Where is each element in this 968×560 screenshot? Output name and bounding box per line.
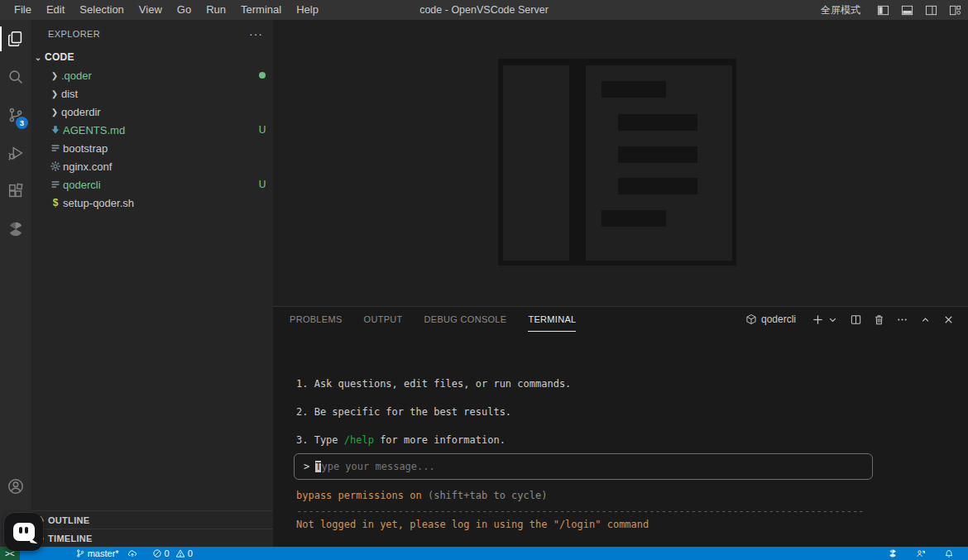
chat-assistant-button[interactable]: [4, 513, 43, 551]
chevron-down-icon: [827, 314, 839, 326]
tree-item-dist-folder[interactable]: ❯ dist: [31, 84, 273, 103]
notifications-bell-icon[interactable]: [940, 547, 958, 560]
tab-problems[interactable]: PROBLEMS: [290, 307, 343, 332]
titlebar-actions: 全屏模式: [821, 0, 961, 20]
timeline-section-header[interactable]: ❯ TIMELINE: [31, 529, 273, 547]
editor-area: [273, 20, 968, 306]
tree-item-agents-md[interactable]: AGENTS.md U: [31, 121, 273, 139]
prompt-chevron: >: [304, 461, 309, 472]
input-placeholder: ype your message...: [321, 461, 434, 472]
git-untracked-badge: U: [252, 124, 273, 136]
run-debug-icon[interactable]: [0, 134, 31, 172]
menu-view[interactable]: View: [132, 0, 170, 20]
git-branch-item[interactable]: master*: [71, 547, 123, 560]
terminal-message-input[interactable]: > T ype your message...: [294, 453, 873, 480]
panel-actions: qodercli: [745, 307, 955, 332]
login-notice: Not logged in yet, please log in using t…: [296, 519, 649, 530]
search-icon[interactable]: [0, 58, 31, 96]
mode-hint: (shift+tab to cycle): [422, 490, 548, 501]
tree-item-qoder-folder[interactable]: ❯ .qoder: [31, 66, 273, 84]
tab-debug-console[interactable]: DEBUG CONSOLE: [424, 307, 507, 332]
shell-script-icon: $: [48, 197, 63, 208]
explorer-more-actions-icon[interactable]: ···: [249, 27, 263, 41]
menu-go[interactable]: Go: [170, 0, 199, 20]
activity-bar: 3: [0, 20, 31, 547]
explorer-header: EXPLORER ···: [31, 20, 273, 48]
tree-item-setup-qoder-sh[interactable]: $ setup-qoder.sh: [31, 194, 273, 212]
folder-label: qoderdir: [61, 106, 273, 118]
chevron-right-icon: ❯: [48, 108, 61, 117]
file-label: qodercli: [63, 179, 252, 191]
qoder-extension-icon[interactable]: [0, 210, 31, 248]
extensions-icon[interactable]: [0, 172, 31, 210]
file-label: bootstrap: [63, 142, 273, 155]
maximize-panel-chevron-up-icon[interactable]: [919, 314, 932, 326]
account-icon[interactable]: [0, 467, 31, 505]
bottom-panel: PROBLEMS OUTPUT DEBUG CONSOLE TERMINAL q…: [273, 306, 968, 547]
menu-run[interactable]: Run: [199, 0, 233, 20]
folder-label: .qoder: [61, 69, 259, 82]
chat-bubble-icon: [13, 523, 35, 541]
toggle-panel-icon[interactable]: [901, 4, 913, 17]
split-terminal-icon[interactable]: [850, 314, 862, 326]
terminal-output: 1. Ask questions, edit files, or run com…: [296, 363, 571, 462]
tab-output[interactable]: OUTPUT: [364, 307, 403, 332]
qoder-status-icon[interactable]: [884, 547, 902, 560]
toggle-secondary-sidebar-icon[interactable]: [925, 4, 937, 17]
plus-icon: [812, 314, 824, 326]
source-control-icon[interactable]: 3: [0, 96, 31, 134]
source-control-badge: 3: [16, 117, 28, 129]
panel-more-actions-icon[interactable]: [896, 314, 908, 326]
customize-layout-icon[interactable]: [949, 4, 961, 17]
terminal-line-2: 2. Be specific for the best results.: [296, 406, 511, 418]
publish-changes-item[interactable]: [123, 547, 141, 560]
file-label: AGENTS.md: [63, 124, 252, 136]
block-cursor: T: [315, 461, 321, 472]
outline-section-header[interactable]: ❯ OUTLINE: [31, 510, 273, 529]
new-terminal-button[interactable]: [812, 314, 839, 326]
tree-item-bootstrap[interactable]: bootstrap: [31, 139, 273, 157]
menu-help[interactable]: Help: [289, 0, 326, 20]
mode-label: bypass permissions on: [296, 490, 422, 501]
close-panel-icon[interactable]: [942, 314, 955, 326]
explorer-icon[interactable]: [0, 20, 31, 58]
statusbar-left: >< master* 0 0: [0, 547, 884, 560]
fullscreen-mode-label[interactable]: 全屏模式: [821, 3, 860, 17]
menu-file[interactable]: File: [7, 0, 39, 20]
menubar: File Edit Selection View Go Run Terminal…: [0, 0, 326, 20]
help-command: /help: [344, 434, 374, 446]
menu-edit[interactable]: Edit: [39, 0, 72, 20]
chevron-right-icon: ❯: [48, 89, 61, 98]
tree-item-qoderdir-folder[interactable]: ❯ qoderdir: [31, 103, 273, 121]
git-untracked-badge: U: [252, 179, 273, 190]
root-folder-label: CODE: [45, 51, 273, 63]
titlebar: File Edit Selection View Go Run Terminal…: [0, 0, 968, 20]
watermark-right-panel: [586, 65, 732, 261]
explorer-sidebar: EXPLORER ··· ⌄ CODE ❯ .qoder ❯ dist ❯ qo…: [31, 20, 273, 547]
feedback-remote-icon[interactable]: [912, 547, 930, 560]
terminal-process-selector[interactable]: qodercli: [745, 314, 796, 325]
file-label: setup-qoder.sh: [63, 197, 273, 209]
warning-count: 0: [188, 548, 193, 558]
branch-icon: [75, 548, 85, 558]
editor-watermark: [498, 59, 736, 266]
menu-selection[interactable]: Selection: [72, 0, 131, 20]
errors-icon: [152, 548, 162, 558]
git-modified-dot-badge: [259, 72, 266, 79]
outline-label: OUTLINE: [48, 515, 89, 525]
tree-root-code[interactable]: ⌄ CODE: [31, 48, 273, 66]
menu-terminal[interactable]: Terminal: [233, 0, 289, 20]
statusbar-right: [884, 547, 968, 560]
kill-terminal-trash-icon[interactable]: [873, 314, 885, 326]
list-file-icon: [48, 179, 63, 190]
tree-item-qodercli[interactable]: qodercli U: [31, 175, 273, 194]
terminal-process-label: qodercli: [761, 314, 796, 325]
toggle-sidebar-icon[interactable]: [877, 4, 889, 17]
problems-status-item[interactable]: 0 0: [148, 547, 197, 560]
chevron-down-icon: ⌄: [31, 53, 45, 62]
terminal-line-3: 3. Type /help for more information.: [296, 434, 506, 446]
watermark-left-panel: [503, 65, 569, 261]
tree-item-nginx-conf[interactable]: nginx.conf: [31, 157, 273, 175]
permissions-mode-line: bypass permissions on (shift+tab to cycl…: [296, 490, 547, 501]
tab-terminal[interactable]: TERMINAL: [528, 307, 576, 332]
